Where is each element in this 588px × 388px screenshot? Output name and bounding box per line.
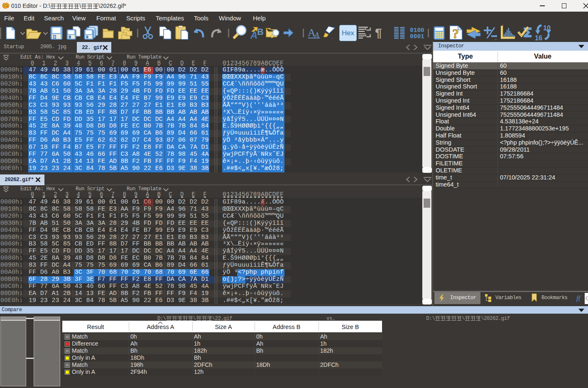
svg-text:B: B (257, 27, 264, 37)
svg-text:?: ? (452, 26, 459, 41)
svg-text:0001: 0001 (410, 33, 424, 40)
svg-text:16: 16 (535, 34, 542, 42)
svg-text:0100: 0100 (410, 27, 424, 34)
